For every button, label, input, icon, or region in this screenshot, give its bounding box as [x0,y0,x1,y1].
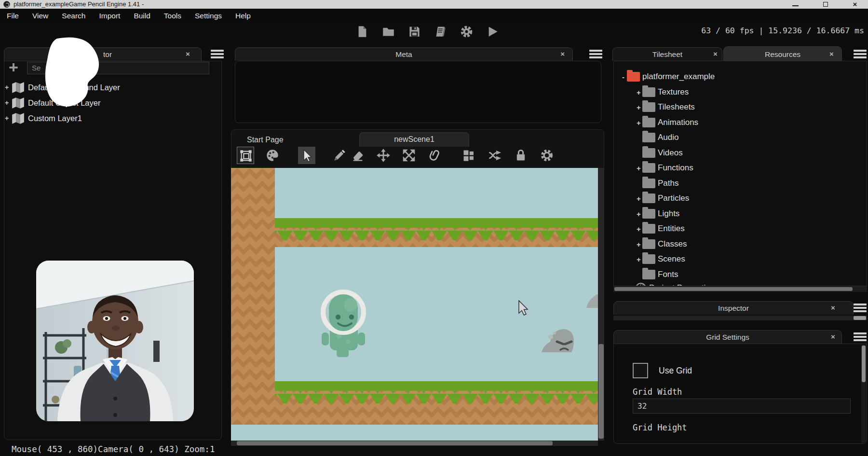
folder-icon [642,148,655,158]
grid-settings-close-icon[interactable]: × [831,332,835,341]
tree-item-animations[interactable]: + Animations [635,116,698,129]
scrollbar-thumb[interactable] [598,344,604,439]
add-layer-button[interactable]: + [6,60,21,75]
menu-tools[interactable]: Tools [157,12,188,20]
eraser-tool-icon[interactable] [351,149,365,162]
pencil-tool-icon[interactable] [333,149,346,162]
scrollbar-thumb[interactable] [237,441,553,445]
use-grid-checkbox[interactable] [633,363,648,378]
tree-item-functions[interactable]: + Functions [635,161,693,175]
scene-canvas[interactable] [231,168,598,441]
scene-gear-icon[interactable] [540,149,554,162]
layer-row-object[interactable]: + Default Object Layer [5,96,217,110]
expand-icon[interactable]: + [635,255,642,263]
tab-start-page[interactable]: Start Page [247,133,284,146]
resources-panel-menu-icon[interactable] [854,50,867,59]
tree-item-paths[interactable]: Paths [635,177,678,190]
tree-item-videos[interactable]: Videos [635,146,683,160]
maximize-button[interactable] [818,1,833,8]
resources-tab-close-icon[interactable]: × [829,50,834,58]
log-book-icon[interactable] [434,25,447,38]
resources-tab-label: Resources [724,50,841,59]
scene-layers-panel-menu-icon[interactable] [211,50,224,59]
run-play-icon[interactable] [486,25,499,38]
tilesheet-tab-close-icon[interactable]: × [713,50,718,58]
menu-settings[interactable]: Settings [188,12,229,20]
menu-view[interactable]: View [26,12,55,20]
tree-item-audio[interactable]: Audio [635,131,678,144]
tree-item-tilesheets[interactable]: + Tilesheets [635,100,695,114]
expand-icon[interactable]: + [635,194,642,203]
inspector-panel-tab[interactable]: Inspector × [613,301,854,315]
collapse-icon[interactable]: - [620,73,627,81]
scene-layers-panel-close-icon[interactable]: × [186,50,190,58]
tree-item-classes[interactable]: + Classes [635,237,687,251]
grid-settings-scrollbar[interactable] [861,345,866,443]
minimize-button[interactable] [788,1,802,8]
expand-icon[interactable]: + [635,119,642,127]
menu-import[interactable]: Import [92,12,127,20]
lock-tool-icon[interactable] [514,149,528,162]
tab-newscene1[interactable]: newScene1 [359,132,469,147]
settings-gear-icon[interactable] [460,25,473,38]
save-icon[interactable] [408,25,421,38]
expand-icon[interactable]: + [635,210,642,218]
tree-item-project-root[interactable]: - platformer_example [620,70,715,83]
tiles-tool-icon[interactable] [462,149,475,162]
tree-item-textures[interactable]: + Textures [635,85,689,99]
layer-row-background[interactable]: + Default Background Layer [5,80,217,95]
menu-file[interactable]: File [0,12,26,20]
folder-icon [642,118,655,127]
tree-item-project-properties[interactable]: Project Properties [628,281,714,286]
scene-layers-panel-tab[interactable]: tor × [4,47,202,61]
project-folder-icon [627,72,640,82]
grid-settings-menu-icon[interactable] [854,332,867,342]
close-button[interactable]: × [848,1,862,8]
tree-item-particles[interactable]: + Particles [635,192,689,205]
expand-icon[interactable]: + [5,99,12,107]
resize-tool-icon[interactable] [402,149,416,162]
inspector-close-icon[interactable]: × [831,304,835,312]
tab-tilesheet[interactable]: Tilesheet × [612,47,722,61]
inspector-menu-icon[interactable] [854,304,867,313]
scrollbar-thumb[interactable] [862,345,866,382]
map-layer-icon [12,82,25,94]
expand-icon[interactable]: + [5,114,12,122]
new-file-icon[interactable] [356,25,369,38]
tree-item-entities[interactable]: + Entities [635,222,685,235]
tab-resources[interactable]: Resources × [723,46,842,61]
scrollbar-thumb[interactable] [854,316,866,320]
menu-help[interactable]: Help [229,12,258,20]
expand-icon[interactable]: + [635,164,642,172]
folder-icon [642,254,655,264]
scrollbar-thumb[interactable] [614,287,853,291]
expand-icon[interactable]: + [635,103,642,111]
tree-item-scenes[interactable]: + Scenes [635,252,685,266]
meta-panel-menu-icon[interactable] [589,50,602,59]
shuffle-tool-icon[interactable] [488,149,502,162]
open-folder-icon[interactable] [382,25,395,38]
grid-settings-panel-tab[interactable]: Grid Settings × [613,330,842,344]
tree-item-fonts[interactable]: Fonts [635,268,678,281]
move-tool-icon[interactable] [377,149,390,162]
meta-panel-close-icon[interactable]: × [560,50,565,58]
attach-clip-icon[interactable] [428,149,442,162]
expand-icon[interactable]: + [5,83,12,91]
palette-tool-icon[interactable] [266,149,279,162]
layer-row-custom[interactable]: + Custom Layer1 [5,111,217,125]
inspector-scrollbar[interactable] [613,316,867,320]
cursor-select-tool[interactable] [298,147,315,164]
grid-width-input[interactable] [633,399,851,414]
menu-search[interactable]: Search [55,12,92,20]
expand-icon[interactable]: + [635,240,642,249]
expand-icon[interactable]: + [635,88,642,97]
transform-frame-tool[interactable] [237,147,254,164]
expand-icon[interactable]: + [635,225,642,233]
resources-horizontal-scrollbar[interactable] [613,286,867,292]
menu-build[interactable]: Build [127,12,157,20]
canvas-vertical-scrollbar[interactable] [598,168,604,441]
tree-item-lights[interactable]: + Lights [635,207,679,221]
layer-label: Custom Layer1 [28,114,82,123]
canvas-horizontal-scrollbar[interactable] [231,441,598,446]
meta-panel-tab[interactable]: Meta × [235,47,573,61]
